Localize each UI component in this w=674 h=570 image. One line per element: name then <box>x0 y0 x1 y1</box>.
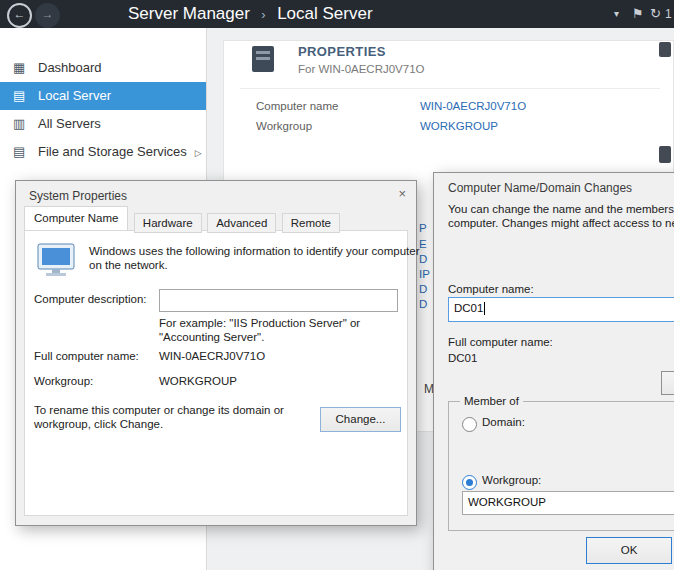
change-button[interactable]: Change... <box>320 407 401 432</box>
example-text: For example: "IIS Production Server" or <box>159 317 360 329</box>
more-button[interactable] <box>661 371 674 395</box>
dialog-title: System Properties <box>29 189 127 203</box>
sidebar-item-file-storage-services[interactable]: ▤ File and Storage Services▷ <box>0 138 206 166</box>
clipped-property-value[interactable]: IP <box>419 268 430 280</box>
clipped-property-value[interactable]: D <box>419 298 427 310</box>
text-caret <box>484 302 485 315</box>
screen: ← → Server Manager › Local Server ▾ ⚑ ↻ … <box>0 0 674 570</box>
dialog-title: Computer Name/Domain Changes <box>448 181 632 195</box>
tab-advanced[interactable]: Advanced <box>207 213 276 233</box>
ok-button[interactable]: OK <box>586 537 672 564</box>
clipped-property-value[interactable]: D <box>419 253 427 265</box>
property-label: Workgroup <box>256 120 312 132</box>
sidebar-item-label: Dashboard <box>38 54 102 82</box>
sidebar-item-local-server[interactable]: ▤ Local Server <box>0 82 206 110</box>
full-computer-name-label: Full computer name: <box>448 336 553 348</box>
chevron-down-icon[interactable]: ▾ <box>614 0 619 28</box>
breadcrumb-server-manager[interactable]: Server Manager <box>128 4 250 23</box>
intro-text: computer. Changes might affect access to… <box>448 217 674 229</box>
domain-radio-label: Domain: <box>482 416 525 428</box>
workgroup-radio-label: Workgroup: <box>482 474 541 486</box>
clipped-property-value[interactable]: D <box>419 283 427 295</box>
sidebar-item-dashboard[interactable]: ▦ Dashboard <box>0 54 206 82</box>
tab-hardware[interactable]: Hardware <box>134 213 202 233</box>
example-text: "Accounting Server". <box>159 331 264 343</box>
clipped-icon <box>659 42 671 57</box>
intro-text: You can change the name and the membersh… <box>448 203 674 215</box>
back-arrow-icon: ← <box>14 7 26 21</box>
member-of-label: Member of <box>460 395 523 407</box>
servers-icon: ▥ <box>13 110 33 138</box>
computer-description-label: Computer description: <box>34 293 147 305</box>
notification-flag-icon[interactable]: ⚑ <box>632 0 644 28</box>
workgroup-input[interactable]: WORKGROUP <box>462 491 674 515</box>
clipped-property-value[interactable]: E <box>419 238 427 250</box>
rename-hint-text: To rename this computer or change its do… <box>34 404 284 416</box>
storage-icon: ▤ <box>13 138 33 166</box>
clipped-property-value[interactable]: P <box>419 222 427 234</box>
rename-hint-text: workgroup, click Change. <box>34 418 163 430</box>
system-properties-dialog: System Properties × Computer Name Hardwa… <box>15 180 417 526</box>
computer-name-domain-changes-dialog: Computer Name/Domain Changes You can cha… <box>433 172 674 570</box>
workgroup-link[interactable]: WORKGROUP <box>420 120 498 132</box>
property-label: Computer name <box>256 100 338 112</box>
computer-name-label: Computer name: <box>448 283 534 295</box>
full-computer-name-value: WIN-0AECRJ0V71O <box>159 350 265 362</box>
sidebar-item-label: File and Storage Services▷ <box>38 138 202 167</box>
intro-text: on the network. <box>89 259 168 271</box>
sidebar-item-all-servers[interactable]: ▥ All Servers <box>0 110 206 138</box>
sidebar-item-label: Local Server <box>38 82 111 110</box>
workgroup-label: Workgroup: <box>34 375 93 387</box>
domain-radio[interactable] <box>462 417 477 432</box>
notification-count: 1 <box>665 0 672 28</box>
tab-strip: Computer Name Hardware Advanced Remote <box>24 206 341 232</box>
sidebar-item-label: All Servers <box>38 110 101 138</box>
properties-server-icon <box>252 46 274 72</box>
breadcrumb-local-server[interactable]: Local Server <box>277 4 372 23</box>
workgroup-radio[interactable] <box>462 475 477 490</box>
divider <box>240 88 660 89</box>
refresh-icon[interactable]: ↻ <box>650 0 661 28</box>
computer-name-input[interactable]: DC01 <box>448 297 674 322</box>
forward-arrow-icon: → <box>42 7 54 21</box>
properties-title: PROPERTIES <box>298 44 386 59</box>
properties-subtitle: For WIN-0AECRJ0V71O <box>298 63 425 75</box>
intro-text: Windows uses the following information t… <box>89 245 419 257</box>
monitor-icon <box>37 243 77 277</box>
full-computer-name-label: Full computer name: <box>34 350 139 362</box>
computer-name-tab-page: Windows uses the following information t… <box>24 230 408 516</box>
clipped-icon <box>659 146 671 163</box>
back-button[interactable]: ← <box>7 3 32 28</box>
tab-remote[interactable]: Remote <box>282 213 340 233</box>
computer-name-link[interactable]: WIN-0AECRJ0V71O <box>420 100 526 112</box>
breadcrumb: Server Manager › Local Server <box>128 0 373 28</box>
computer-description-input[interactable] <box>159 289 398 312</box>
server-icon: ▤ <box>13 82 33 110</box>
breadcrumb-separator-icon: › <box>261 7 265 22</box>
forward-button[interactable]: → <box>35 3 60 28</box>
expand-chevron-icon[interactable]: ▷ <box>195 148 202 158</box>
title-bar: ← → Server Manager › Local Server ▾ ⚑ ↻ … <box>0 0 674 28</box>
tab-computer-name[interactable]: Computer Name <box>24 206 128 230</box>
full-computer-name-value: DC01 <box>448 352 477 364</box>
workgroup-value: WORKGROUP <box>159 375 237 387</box>
close-icon[interactable]: × <box>398 186 406 201</box>
dashboard-icon: ▦ <box>13 54 33 82</box>
